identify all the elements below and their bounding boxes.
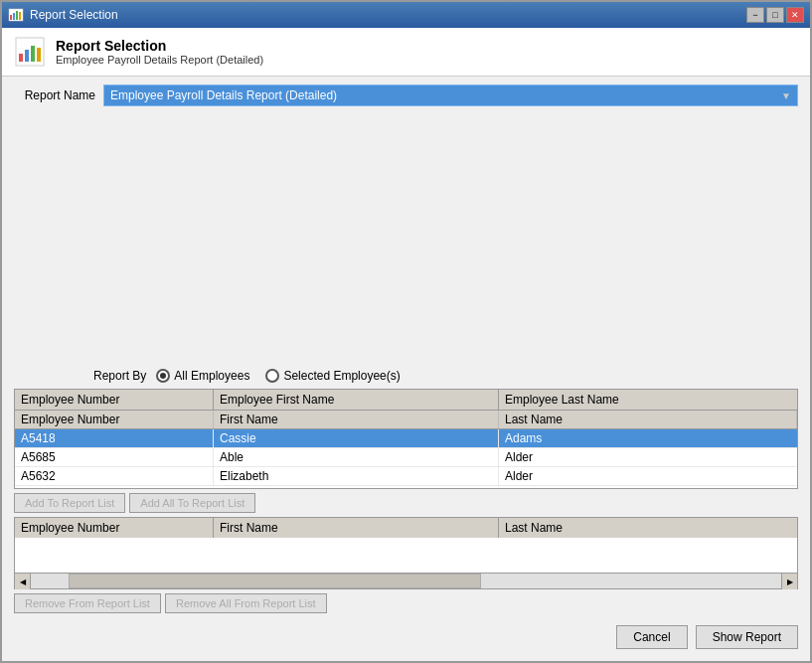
lower-table-header: Employee Number First Name Last Name: [14, 517, 798, 538]
cell-last-name: Adams: [499, 429, 797, 447]
upper-subheader-cell-2: First Name: [214, 411, 499, 428]
lower-table-wrapper: Employee Number First Name Last Name ◀ ▶: [14, 517, 798, 589]
upper-col-header-2: Employee First Name: [214, 390, 499, 410]
lower-button-row: Remove From Report List Remove All From …: [14, 589, 798, 617]
upper-table-wrapper: Employee Number Employee First Name Empl…: [14, 389, 798, 489]
upper-subheader-cell-1: Employee Number: [15, 411, 214, 428]
cell-last-name: Alder: [499, 448, 797, 466]
radio-label-selected: Selected Employee(s): [283, 369, 400, 383]
svg-rect-6: [19, 54, 23, 62]
report-icon: [14, 36, 46, 68]
svg-rect-4: [19, 12, 21, 20]
radio-group: All Employees Selected Employee(s): [156, 369, 400, 383]
upper-table-header: Employee Number Employee First Name Empl…: [14, 389, 798, 410]
svg-rect-1: [10, 15, 12, 20]
upper-subheader-cell-3: Last Name: [499, 411, 797, 428]
svg-rect-9: [37, 48, 41, 62]
report-name-label: Report Name: [14, 88, 103, 102]
minimize-button[interactable]: −: [746, 7, 764, 23]
cell-first-name: Cassie: [214, 429, 499, 447]
scroll-right-button[interactable]: ▶: [781, 574, 797, 589]
scroll-track: [31, 574, 781, 588]
cancel-button[interactable]: Cancel: [616, 625, 687, 649]
upper-col-header-1: Employee Number: [15, 390, 214, 410]
upper-table-body: Employee Number First Name Last Name A54…: [14, 410, 798, 489]
lower-col-header-3: Last Name: [499, 518, 797, 538]
upper-subheader-row: Employee Number First Name Last Name: [15, 411, 797, 429]
lower-table-body: [14, 538, 798, 574]
header-text: Report Selection Employee Payroll Detail…: [56, 38, 263, 66]
table-row[interactable]: A5632 Elizabeth Alder: [15, 467, 797, 486]
radio-circle-selected: [265, 369, 279, 383]
header-title: Report Selection: [56, 38, 263, 54]
radio-all-employees[interactable]: All Employees: [156, 369, 249, 383]
report-name-dropdown[interactable]: Employee Payroll Details Report (Detaile…: [103, 84, 798, 106]
cell-first-name: Elizabeth: [214, 467, 499, 485]
upper-button-row: Add To Report List Add All To Report Lis…: [14, 489, 798, 517]
radio-selected-employees[interactable]: Selected Employee(s): [265, 369, 400, 383]
cell-first-name: Able: [214, 448, 499, 466]
footer: Cancel Show Report: [14, 617, 798, 653]
remove-all-from-report-button[interactable]: Remove All From Report List: [165, 593, 327, 613]
content-spacer: [14, 114, 798, 369]
radio-circle-all: [156, 369, 170, 383]
cell-emp-num: A5418: [15, 429, 214, 447]
horizontal-scrollbar: ◀ ▶: [14, 574, 798, 589]
title-bar-left: Report Selection: [8, 7, 118, 23]
report-by-label: Report By: [93, 369, 146, 383]
report-name-row: Report Name Employee Payroll Details Rep…: [14, 84, 798, 106]
title-bar-controls: − □ ✕: [746, 7, 804, 23]
cell-emp-num: A5685: [15, 448, 214, 466]
show-report-button[interactable]: Show Report: [696, 625, 798, 649]
maximize-button[interactable]: □: [766, 7, 784, 23]
lower-col-header-1: Employee Number: [15, 518, 214, 538]
add-all-to-report-button[interactable]: Add All To Report List: [129, 493, 255, 513]
report-name-value: Employee Payroll Details Report (Detaile…: [110, 88, 337, 102]
window-icon: [8, 7, 24, 23]
remove-from-report-button[interactable]: Remove From Report List: [14, 593, 161, 613]
content-area: Report Name Employee Payroll Details Rep…: [2, 77, 810, 661]
scroll-thumb: [69, 574, 481, 588]
header-section: Report Selection Employee Payroll Detail…: [2, 28, 810, 77]
upper-col-header-3: Employee Last Name: [499, 390, 797, 410]
header-subtitle: Employee Payroll Details Report (Detaile…: [56, 54, 263, 66]
title-bar-title: Report Selection: [30, 8, 118, 22]
svg-rect-7: [25, 50, 29, 62]
svg-rect-2: [13, 13, 15, 20]
close-button[interactable]: ✕: [786, 7, 804, 23]
table-row[interactable]: A5418 Cassie Adams: [15, 429, 797, 448]
report-by-row: Report By All Employees Selected Employe…: [14, 369, 798, 383]
table-row[interactable]: A5685 Able Alder: [15, 448, 797, 467]
radio-label-all: All Employees: [174, 369, 249, 383]
main-window: Report Selection − □ ✕ Report Selection …: [0, 0, 812, 663]
title-bar: Report Selection − □ ✕: [2, 2, 810, 28]
add-to-report-button[interactable]: Add To Report List: [14, 493, 125, 513]
lower-col-header-2: First Name: [214, 518, 499, 538]
dropdown-arrow-icon: ▼: [781, 90, 791, 101]
scroll-left-button[interactable]: ◀: [15, 574, 31, 589]
cell-emp-num: A5632: [15, 467, 214, 485]
svg-rect-8: [31, 46, 35, 62]
cell-last-name: Alder: [499, 467, 797, 485]
svg-rect-3: [16, 11, 18, 20]
